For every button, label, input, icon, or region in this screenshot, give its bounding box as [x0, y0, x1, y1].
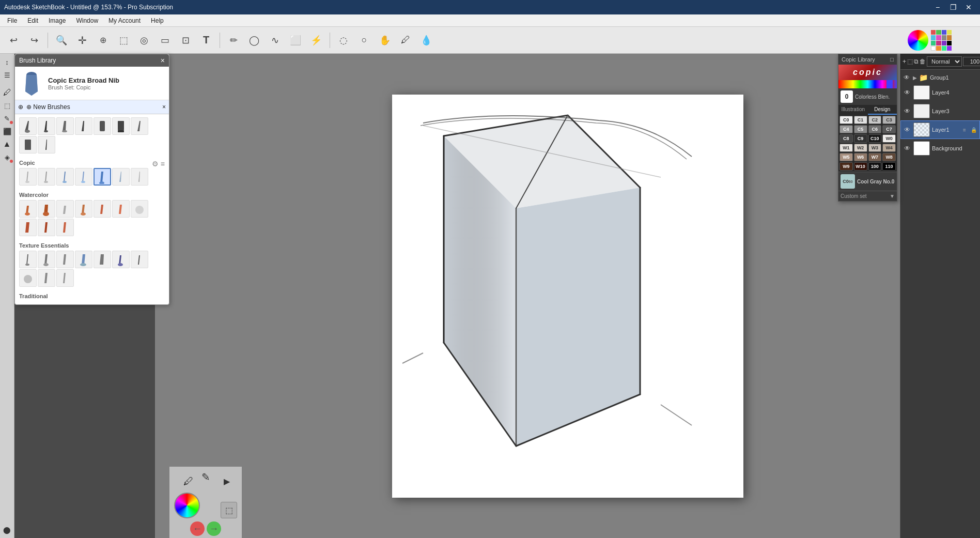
copic-btn-w1[interactable]: W1 — [839, 144, 853, 152]
new-brushes-bar[interactable]: ⊕ ⊕ New Brushes × — [15, 100, 169, 114]
background-visibility[interactable]: 👁 — [903, 144, 911, 152]
curve-button[interactable]: ∿ — [266, 31, 284, 50]
canvas-surface[interactable] — [392, 95, 743, 498]
left-tool-1[interactable]: 🖊 — [1, 86, 13, 99]
menu-edit[interactable]: Edit — [22, 16, 43, 25]
menu-myaccount[interactable]: My Account — [103, 16, 146, 25]
copic-btn-c2[interactable]: C2 — [868, 116, 882, 124]
copic-custom-set-arrow[interactable]: ▼ — [890, 193, 895, 199]
copic-btn-w5[interactable]: W5 — [839, 153, 853, 161]
brush-thumb-2[interactable] — [38, 117, 55, 135]
copic-brush-7[interactable] — [131, 168, 148, 186]
copic-brush-6[interactable] — [112, 168, 130, 186]
texture-brush-1[interactable] — [19, 251, 37, 268]
copic-selected-swatch[interactable]: C0 60 — [841, 174, 855, 189]
copic-btn-w8[interactable]: W8 — [882, 153, 896, 161]
copic-btn-w9[interactable]: W9 — [839, 162, 853, 171]
restore-button[interactable]: ❐ — [946, 0, 960, 14]
fill-tool-bottom[interactable]: ▶ — [219, 473, 235, 489]
watercolor-brush-5[interactable] — [94, 200, 111, 218]
watercolor-brush-7[interactable] — [131, 200, 148, 218]
eraser-button[interactable]: ◌ — [334, 31, 353, 50]
copic-btn-c8[interactable]: C8 — [839, 134, 853, 143]
watercolor-brush-8[interactable] — [19, 219, 37, 236]
layer1-lock[interactable]: 🔒 — [970, 126, 977, 133]
texture-brush-7[interactable] — [131, 251, 148, 268]
undo-button[interactable]: ↩ — [4, 31, 23, 50]
nav-next-button[interactable]: → — [207, 521, 221, 536]
new-brushes-close[interactable]: × — [162, 103, 166, 111]
copic-brush-2[interactable] — [38, 168, 55, 186]
copic-btn-100[interactable]: 100 — [868, 162, 882, 171]
color-wheel-button[interactable] — [908, 30, 928, 51]
copic-btn-w4[interactable]: W4 — [882, 144, 896, 152]
layer-delete-button[interactable]: 🗑 — [920, 56, 926, 67]
copic-btn-c0[interactable]: C0 — [839, 116, 853, 124]
copic-options-icon[interactable]: ≡ — [161, 160, 165, 168]
brush-library-header[interactable]: Brush Library × — [15, 54, 169, 67]
group1-chevron[interactable]: ▶ — [913, 75, 917, 81]
blend-mode-select[interactable]: Normal Multiply Screen Overlay — [927, 56, 962, 67]
watercolor-brush-4[interactable] — [75, 200, 92, 218]
layer4-visibility[interactable]: 👁 — [903, 88, 911, 97]
brush-thumb-8[interactable] — [19, 136, 37, 153]
layer-group-button[interactable]: ⬚ — [907, 56, 913, 67]
layer1-item[interactable]: 👁 Layer1 ≡ 🔒 — [900, 120, 980, 139]
copic-color-bar[interactable] — [838, 80, 897, 88]
layer4-item[interactable]: 👁 Layer4 — [900, 83, 980, 102]
copic-tab-design[interactable]: Design — [868, 105, 897, 115]
menu-window[interactable]: Window — [71, 16, 103, 25]
menu-image[interactable]: Image — [43, 16, 71, 25]
copic-brush-5-selected[interactable] — [94, 168, 111, 186]
watercolor-brush-2[interactable] — [38, 200, 55, 218]
brush-thumb-1[interactable] — [19, 117, 37, 135]
left-tool-5[interactable]: ▲ — [1, 138, 13, 150]
watercolor-brush-6[interactable] — [112, 200, 130, 218]
brush-thumb-9[interactable] — [38, 136, 55, 153]
texture-brush-9[interactable] — [38, 269, 55, 287]
watercolor-brush-9[interactable] — [38, 219, 55, 236]
copic-tab-illustration[interactable]: Illustration — [838, 105, 868, 115]
left-tool-layers[interactable]: ☰ — [1, 69, 13, 81]
copic-btn-w3[interactable]: W3 — [868, 144, 882, 152]
symmetry-button[interactable]: ⚡ — [307, 31, 325, 50]
texture-brush-2[interactable] — [38, 251, 55, 268]
watercolor-brush-1[interactable] — [19, 200, 37, 218]
text-button[interactable]: T — [197, 31, 215, 50]
stamp-button[interactable]: ⬚ — [221, 502, 237, 518]
background-layer-item[interactable]: 👁 Background — [900, 139, 980, 158]
texture-brush-4[interactable] — [75, 251, 92, 268]
layer3-visibility[interactable]: 👁 — [903, 107, 911, 115]
brush-thumb-3[interactable] — [56, 117, 74, 135]
rect-button[interactable]: ▭ — [155, 31, 174, 50]
copic-library-close-button[interactable]: □ — [890, 56, 894, 63]
oval-button[interactable]: ○ — [355, 31, 374, 50]
perspective-button[interactable]: ⊡ — [176, 31, 195, 50]
color-wheel-small[interactable] — [174, 493, 200, 518]
add-layer-button[interactable]: + — [903, 56, 906, 67]
fill-button[interactable]: 🖊 — [396, 31, 415, 50]
brush-library-close-button[interactable]: × — [161, 56, 165, 65]
left-tool-arrow[interactable]: ↕ — [1, 56, 13, 68]
pencil-stroke-button[interactable]: ✎ — [197, 469, 214, 485]
color-grid-button[interactable] — [931, 30, 952, 51]
layer3-item[interactable]: 👁 Layer3 — [900, 102, 980, 120]
select-button[interactable]: ✛ — [73, 31, 91, 50]
menu-file[interactable]: File — [2, 16, 22, 25]
layer-group1[interactable]: 👁 ▶ 📁 Group1 — [900, 72, 980, 83]
brush-thumb-5[interactable] — [94, 117, 111, 135]
copic-brush-4[interactable] — [75, 168, 92, 186]
brush-tool-button[interactable]: 🖊 — [180, 473, 197, 489]
copic-btn-w6[interactable]: W6 — [854, 153, 867, 161]
brush-scroll-area[interactable]: Copic ⚙ ≡ — [15, 114, 169, 304]
layer1-options[interactable]: ≡ — [961, 126, 968, 133]
layer-duplicate-button[interactable]: ⧉ — [914, 56, 919, 67]
left-tool-2[interactable]: ⬚ — [1, 99, 13, 112]
copic-btn-c1[interactable]: C1 — [854, 116, 867, 124]
smudge-button[interactable]: ✋ — [376, 31, 394, 50]
texture-brush-5[interactable] — [94, 251, 111, 268]
copic-btn-w10[interactable]: W10 — [854, 162, 867, 171]
left-tool-6[interactable]: ◈ — [1, 151, 13, 163]
copic-brush-3[interactable] — [56, 168, 74, 186]
copic-btn-w2[interactable]: W2 — [854, 144, 867, 152]
